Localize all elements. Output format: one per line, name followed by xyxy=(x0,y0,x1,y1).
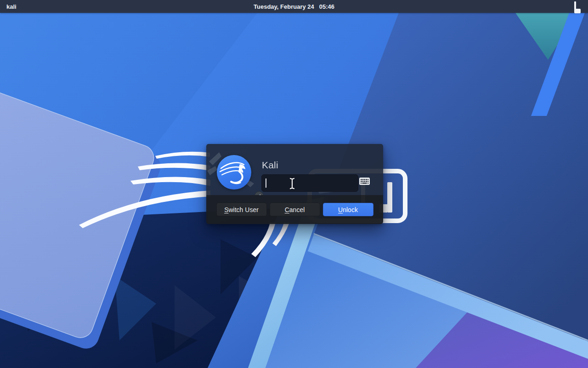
unlock-button[interactable]: Unlock xyxy=(323,203,373,216)
clock-time: 05:46 xyxy=(319,3,334,10)
top-bar: kali Tuesday, February 24 05:46 xyxy=(0,0,588,13)
lock-screen: kali Tuesday, February 24 05:46 xyxy=(0,0,588,368)
unlock-mnemonic: U xyxy=(338,206,343,213)
switch-user-label: witch User xyxy=(228,206,258,213)
password-field-wrap xyxy=(261,174,358,192)
lock-icon xyxy=(574,2,581,11)
switch-user-button[interactable]: Switch User xyxy=(216,203,267,216)
cancel-mnemonic: C xyxy=(285,206,289,213)
keyboard-icon[interactable] xyxy=(359,178,370,185)
unlock-dialog: ✓ Kali xyxy=(206,144,383,224)
clock: Tuesday, February 24 05:46 xyxy=(0,0,588,13)
kali-dragon-icon xyxy=(217,155,251,190)
cancel-button[interactable]: Cancel xyxy=(270,203,320,216)
text-caret xyxy=(266,178,266,188)
cancel-label: ancel xyxy=(289,206,305,213)
kali-logo-avatar: ✓ xyxy=(217,155,251,190)
dialog-button-row: Switch User Cancel Unlock xyxy=(206,195,383,224)
unlock-dialog-top: ✓ Kali xyxy=(206,144,383,195)
ibeam-cursor-icon xyxy=(289,178,295,190)
clock-date: Tuesday, February 24 xyxy=(254,3,314,10)
unlock-label: nlock xyxy=(343,206,358,213)
username-label: Kali xyxy=(262,160,278,171)
password-input[interactable] xyxy=(261,174,358,192)
